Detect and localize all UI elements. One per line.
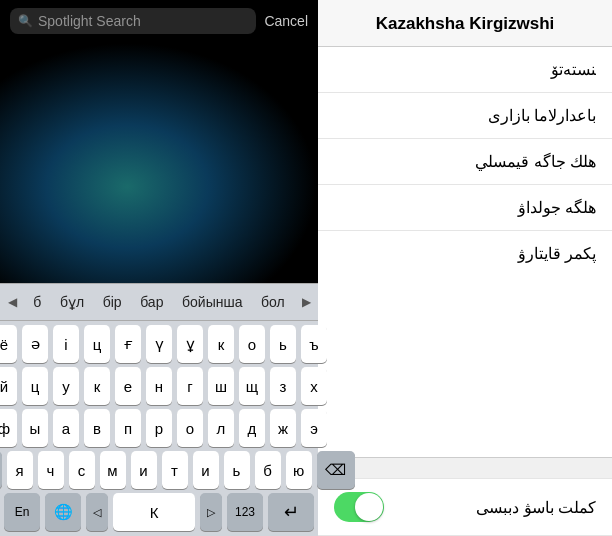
enter-key[interactable]: ↵	[268, 493, 314, 531]
menu-item[interactable]: ﻨﺴﺘﻪﺗﯚ	[318, 47, 612, 93]
key-ch[interactable]: ч	[38, 451, 64, 489]
key-ii2[interactable]: и	[193, 451, 219, 489]
key-j[interactable]: й	[0, 367, 17, 405]
key-soft[interactable]: ь	[270, 325, 296, 363]
key-u[interactable]: ұ	[177, 325, 203, 363]
search-icon: 🔍	[18, 14, 33, 28]
menu-item[interactable]: باعدارلاما بازاری	[318, 93, 612, 139]
delete-key[interactable]: ⌫	[317, 451, 355, 489]
key-i[interactable]: і	[53, 325, 79, 363]
right-header: Kazakhsha Kirgizwshi	[318, 0, 612, 47]
suggestion-item[interactable]: бол	[255, 290, 291, 314]
right-header-title: Kazakhsha Kirgizwshi	[376, 14, 555, 33]
key-s[interactable]: с	[69, 451, 95, 489]
toggle-knob	[355, 493, 383, 521]
suggestions-bar: ◀ ббұлбірбарбойыншабол ▶	[0, 283, 318, 321]
arrow-right-key[interactable]: ▷	[200, 493, 222, 531]
key-a[interactable]: а	[53, 409, 79, 447]
lang-key[interactable]: En	[4, 493, 40, 531]
key-g2[interactable]: г	[177, 367, 203, 405]
key-ee[interactable]: э	[301, 409, 327, 447]
key-soft2[interactable]: ь	[224, 451, 250, 489]
arrow-left-key[interactable]: ◁	[86, 493, 108, 531]
key-v[interactable]: в	[84, 409, 110, 447]
keyboard: ё ə і ц ғ ү ұ к о ь ъ й ц у к е н г ш щ …	[0, 321, 318, 536]
dark-area	[0, 42, 318, 283]
key-k[interactable]: к	[208, 325, 234, 363]
key-l[interactable]: л	[208, 409, 234, 447]
keyboard-row-1: ё ə і ц ғ ү ұ к о ь ъ	[0, 321, 318, 363]
key-h[interactable]: х	[301, 367, 327, 405]
menu-item[interactable]: پكمر قايتارۋ	[318, 231, 612, 276]
menu-item[interactable]: هلگه جولداۋ	[318, 185, 612, 231]
key-b[interactable]: б	[255, 451, 281, 489]
right-panel: Kazakhsha Kirgizwshi ﻨﺴﺘﻪﺗﯚباعدارلاما با…	[318, 0, 612, 536]
key-p[interactable]: п	[115, 409, 141, 447]
key-shch[interactable]: щ	[239, 367, 265, 405]
keyboard-bottom-row: En 🌐 ◁ К ▷ 123 ↵	[0, 489, 318, 536]
key-f[interactable]: ф	[0, 409, 17, 447]
key-ts[interactable]: ц	[84, 325, 110, 363]
space-key[interactable]: К	[113, 493, 195, 531]
key-g[interactable]: ғ	[115, 325, 141, 363]
key-m[interactable]: м	[100, 451, 126, 489]
search-input-wrap[interactable]: 🔍	[10, 8, 256, 34]
key-t[interactable]: т	[162, 451, 188, 489]
key-ii[interactable]: и	[131, 451, 157, 489]
key-o[interactable]: о	[239, 325, 265, 363]
key-ts2[interactable]: ц	[22, 367, 48, 405]
globe-key[interactable]: 🌐	[45, 493, 81, 531]
menu-item[interactable]: هلك جاگه قيمسلي	[318, 139, 612, 185]
key-uu[interactable]: ү	[146, 325, 172, 363]
key-k2[interactable]: к	[84, 367, 110, 405]
menu-item-label: هلگه جولداۋ	[518, 198, 596, 217]
keyboard-row-4: ⇧ я ч с м и т и ь б ю ⌫	[0, 447, 318, 489]
key-yo[interactable]: ё	[0, 325, 17, 363]
suggestion-item[interactable]: б	[27, 290, 47, 314]
keyboard-row-3: ф ы а в п р о л д ж э	[0, 405, 318, 447]
suggestions-list: ббұлбірбарбойыншабол	[24, 290, 294, 314]
toggle-label: كملت باسۋ دببسی	[476, 498, 596, 517]
key-oo[interactable]: у	[53, 367, 79, 405]
num-key[interactable]: 123	[227, 493, 263, 531]
key-sh[interactable]: ш	[208, 367, 234, 405]
menu-list: ﻨﺴﺘﻪﺗﯚباعدارلاما بازاریهلك جاگه قيمسليهل…	[318, 47, 612, 458]
key-zh[interactable]: ж	[270, 409, 296, 447]
key-r[interactable]: р	[146, 409, 172, 447]
key-z[interactable]: з	[270, 367, 296, 405]
key-hard[interactable]: ъ	[301, 325, 327, 363]
search-input[interactable]	[38, 13, 248, 29]
toggle-switch[interactable]	[334, 492, 384, 522]
suggestion-item[interactable]: бойынша	[176, 290, 248, 314]
menu-item-label: باعدارلاما بازاری	[488, 106, 596, 125]
key-yu[interactable]: ю	[286, 451, 312, 489]
left-panel: 🔍 Cancel ◀ ббұлбірбарбойыншабол ▶ ё ə і …	[0, 0, 318, 536]
key-y[interactable]: ы	[22, 409, 48, 447]
suggestion-item[interactable]: бұл	[54, 290, 90, 314]
key-d[interactable]: д	[239, 409, 265, 447]
menu-item-label: هلك جاگه قيمسلي	[475, 152, 596, 171]
menu-item-label: ﻨﺴﺘﻪﺗﯚ	[551, 60, 596, 79]
key-n[interactable]: н	[146, 367, 172, 405]
toggle-row: كملت باسۋ دببسی	[318, 478, 612, 536]
suggestion-item[interactable]: бар	[134, 290, 169, 314]
suggestion-item[interactable]: бір	[97, 290, 128, 314]
key-e[interactable]: е	[115, 367, 141, 405]
keyboard-row-2: й ц у к е н г ш щ з х	[0, 363, 318, 405]
key-ae[interactable]: ə	[22, 325, 48, 363]
search-bar: 🔍 Cancel	[0, 0, 318, 42]
suggestions-next-arrow[interactable]: ▶	[294, 295, 318, 309]
cancel-button[interactable]: Cancel	[264, 13, 308, 29]
menu-item-label: پكمر قايتارۋ	[518, 244, 596, 263]
key-ya[interactable]: я	[7, 451, 33, 489]
shift-key[interactable]: ⇧	[0, 451, 2, 489]
key-o2[interactable]: о	[177, 409, 203, 447]
suggestions-prev-arrow[interactable]: ◀	[0, 295, 24, 309]
